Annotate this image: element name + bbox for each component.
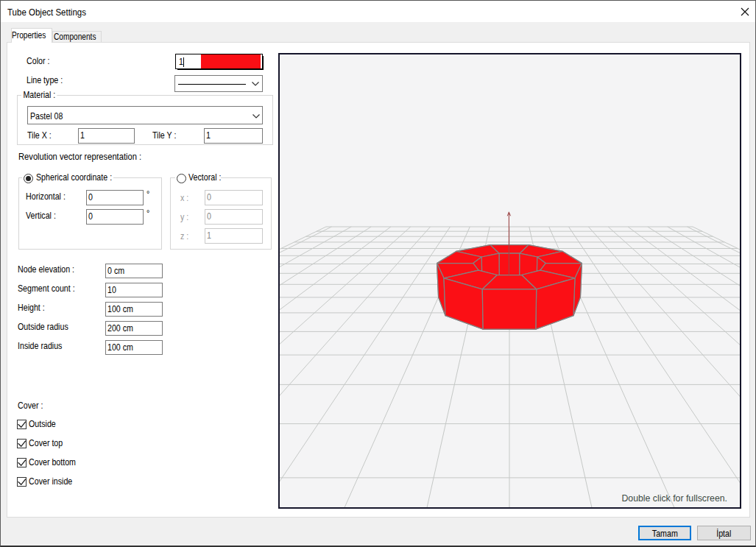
svg-text:Double click for fullscreen.: Double click for fullscreen. [621,493,727,504]
